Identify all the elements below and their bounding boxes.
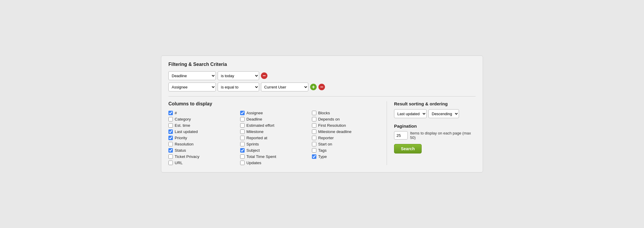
column-checkbox-category[interactable]: Category bbox=[168, 117, 237, 121]
column-label: Reporter bbox=[318, 136, 334, 140]
column-input-status[interactable] bbox=[168, 148, 173, 153]
column-checkbox-milestone-deadline[interactable]: Milestone deadline bbox=[312, 129, 381, 134]
column-input-category[interactable] bbox=[168, 117, 173, 121]
column-label: Start on bbox=[318, 142, 332, 146]
bottom-section: Columns to display #AssigneeBlocksCatego… bbox=[168, 101, 476, 165]
column-input-assignee[interactable] bbox=[240, 111, 245, 115]
column-input-deadline[interactable] bbox=[240, 117, 245, 121]
column-input-#[interactable] bbox=[168, 111, 173, 115]
pagination-input[interactable] bbox=[394, 131, 408, 140]
pagination-label: Items to display on each page (max 50) bbox=[410, 131, 476, 140]
filter-operator-select-1[interactable]: is equal tois not equal tois today bbox=[218, 83, 259, 91]
column-label: Updates bbox=[246, 161, 261, 165]
column-label: Tags bbox=[318, 148, 327, 153]
column-checkbox-ticket-privacy[interactable]: Ticket Privacy bbox=[168, 154, 237, 159]
column-checkbox-reporter[interactable]: Reporter bbox=[312, 136, 381, 140]
column-checkbox-depends-on[interactable]: Depends on bbox=[312, 117, 381, 121]
filter-remove-button-0[interactable]: − bbox=[261, 72, 267, 79]
column-label: Type bbox=[318, 154, 327, 159]
column-input-updates[interactable] bbox=[240, 161, 245, 165]
column-checkbox-tags[interactable]: Tags bbox=[312, 148, 381, 153]
column-checkbox-type[interactable]: Type bbox=[312, 154, 381, 159]
filter-remove-button-1[interactable]: − bbox=[318, 84, 325, 90]
columns-grid: #AssigneeBlocksCategoryDeadlineDepends o… bbox=[168, 111, 381, 165]
sort-order-select[interactable]: DescendingAscending bbox=[428, 109, 459, 118]
column-label: Ticket Privacy bbox=[175, 154, 200, 159]
column-input-type[interactable] bbox=[312, 154, 316, 159]
column-label: URL bbox=[175, 161, 183, 165]
filter-field-select-0[interactable]: DeadlineAssigneeStatusPriorityTypeCatego… bbox=[168, 71, 216, 80]
column-checkbox-est.-time[interactable]: Est. time bbox=[168, 123, 237, 128]
column-input-ticket-privacy[interactable] bbox=[168, 154, 173, 159]
filter-add-button-1[interactable]: + bbox=[310, 84, 317, 90]
column-label: Assignee bbox=[246, 111, 263, 115]
column-input-first-resolution[interactable] bbox=[312, 123, 316, 128]
column-checkbox-sprints[interactable]: Sprints bbox=[240, 142, 309, 146]
column-checkbox-subject[interactable]: Subject bbox=[240, 148, 309, 153]
column-label: Total Time Spent bbox=[246, 154, 276, 159]
column-label: Milestone bbox=[246, 129, 264, 134]
column-input-last-updated[interactable] bbox=[168, 129, 173, 134]
column-input-reporter[interactable] bbox=[312, 136, 316, 140]
column-checkbox-last-updated[interactable]: Last updated bbox=[168, 129, 237, 134]
column-input-estimated-effort[interactable] bbox=[240, 123, 245, 128]
column-input-depends-on[interactable] bbox=[312, 117, 316, 121]
column-input-sprints[interactable] bbox=[240, 142, 245, 146]
main-container: Filtering & Search Criteria DeadlineAssi… bbox=[161, 56, 483, 172]
column-label: Priority bbox=[175, 136, 187, 140]
column-checkbox-total-time-spent[interactable]: Total Time Spent bbox=[240, 154, 309, 159]
column-checkbox-resolution[interactable]: Resolution bbox=[168, 142, 237, 146]
column-checkbox-priority[interactable]: Priority bbox=[168, 136, 237, 140]
column-checkbox-deadline[interactable]: Deadline bbox=[240, 117, 309, 121]
column-input-url[interactable] bbox=[168, 161, 173, 165]
column-input-start-on[interactable] bbox=[312, 142, 316, 146]
column-checkbox-first-resolution[interactable]: First Resolution bbox=[312, 123, 381, 128]
column-checkbox-updates[interactable]: Updates bbox=[240, 161, 309, 165]
filter-field-select-1[interactable]: DeadlineAssigneeStatusPriorityTypeCatego… bbox=[168, 83, 216, 91]
column-label: Status bbox=[175, 148, 186, 153]
column-label: Category bbox=[175, 117, 191, 121]
column-checkbox-assignee[interactable]: Assignee bbox=[240, 111, 309, 115]
column-label: Subject bbox=[246, 148, 260, 153]
column-input-total-time-spent[interactable] bbox=[240, 154, 245, 159]
column-checkbox-estimated-effort[interactable]: Estimated effort bbox=[240, 123, 309, 128]
column-label: First Resolution bbox=[318, 123, 346, 128]
filter-row-0: DeadlineAssigneeStatusPriorityTypeCatego… bbox=[168, 71, 476, 80]
columns-section: Columns to display #AssigneeBlocksCatego… bbox=[168, 101, 381, 165]
column-input-reported-at[interactable] bbox=[240, 136, 245, 140]
column-input-subject[interactable] bbox=[240, 148, 245, 153]
column-input-milestone[interactable] bbox=[240, 129, 245, 134]
column-input-est.-time[interactable] bbox=[168, 123, 173, 128]
column-input-priority[interactable] bbox=[168, 136, 173, 140]
page-title: Filtering & Search Criteria bbox=[168, 62, 476, 67]
right-section: Result sorting & ordering Last updatedCr… bbox=[387, 101, 476, 165]
column-label: Blocks bbox=[318, 111, 330, 115]
column-checkbox-reported-at[interactable]: Reported at bbox=[240, 136, 309, 140]
filter-row-1: DeadlineAssigneeStatusPriorityTypeCatego… bbox=[168, 83, 476, 91]
column-label: # bbox=[175, 111, 177, 115]
column-label: Depends on bbox=[318, 117, 340, 121]
column-label: Deadline bbox=[246, 117, 262, 121]
column-label: Est. time bbox=[175, 123, 190, 128]
sort-by-select[interactable]: Last updatedCreatedPriorityStatusAssigne… bbox=[394, 109, 427, 118]
filter-value-select-1[interactable]: Current UserAny UserUnassigned bbox=[261, 83, 308, 91]
column-input-milestone-deadline[interactable] bbox=[312, 129, 316, 134]
column-checkbox-#[interactable]: # bbox=[168, 111, 237, 115]
column-label: Milestone deadline bbox=[318, 129, 352, 134]
filter-operator-select-0[interactable]: is todayis equal tois not equal tois bef… bbox=[218, 71, 259, 80]
column-checkbox-url[interactable]: URL bbox=[168, 161, 237, 165]
column-checkbox-start-on[interactable]: Start on bbox=[312, 142, 381, 146]
column-checkbox-blocks[interactable]: Blocks bbox=[312, 111, 381, 115]
pagination-row: Items to display on each page (max 50) bbox=[394, 131, 476, 140]
column-input-tags[interactable] bbox=[312, 148, 316, 153]
column-checkbox-milestone[interactable]: Milestone bbox=[240, 129, 309, 134]
column-input-blocks[interactable] bbox=[312, 111, 316, 115]
column-label: Resolution bbox=[175, 142, 194, 146]
column-label: Estimated effort bbox=[246, 123, 274, 128]
filter-rows: DeadlineAssigneeStatusPriorityTypeCatego… bbox=[168, 71, 476, 91]
column-checkbox-status[interactable]: Status bbox=[168, 148, 237, 153]
search-button[interactable]: Search bbox=[394, 144, 422, 153]
column-input-resolution[interactable] bbox=[168, 142, 173, 146]
pagination-title: Pagination bbox=[394, 124, 476, 129]
columns-title: Columns to display bbox=[168, 101, 381, 107]
